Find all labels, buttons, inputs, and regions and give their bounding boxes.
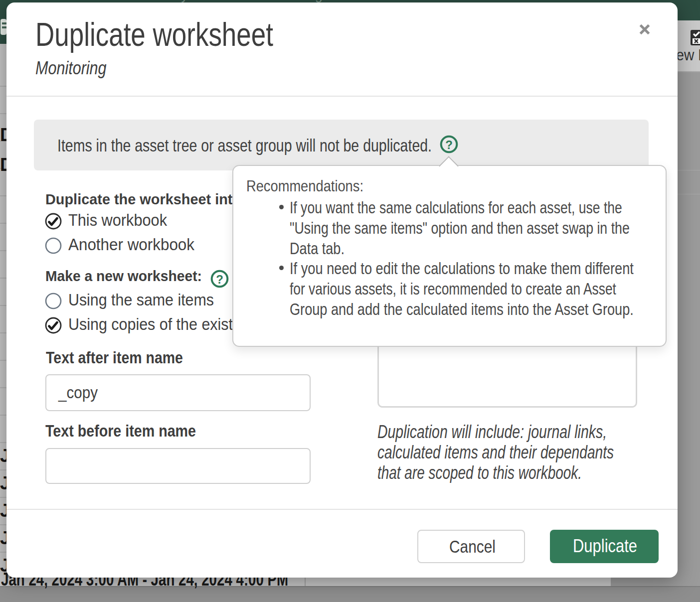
svg-text:?: ? [216,273,223,286]
svg-text:?: ? [445,138,453,151]
